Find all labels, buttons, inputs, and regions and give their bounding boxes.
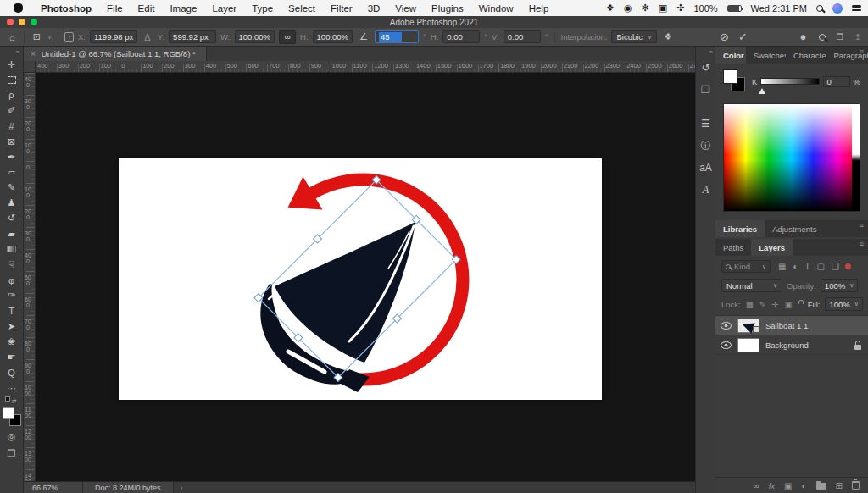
reference-point-selector[interactable] [64, 32, 74, 42]
type-tool[interactable]: T [0, 303, 24, 319]
k-slider-bar[interactable] [760, 78, 819, 85]
lock-image-pixels-icon[interactable]: ✎ [760, 300, 766, 309]
new-group-icon[interactable] [816, 483, 826, 490]
apple-menu-icon[interactable] [14, 3, 23, 13]
dodge-tool[interactable]: φ [0, 273, 24, 288]
hand-tool[interactable]: ☛ [0, 350, 24, 365]
sailboat-graphic[interactable] [260, 222, 415, 392]
screenshot-app-icon[interactable]: ▣ [659, 3, 667, 14]
grayscale-ramp[interactable] [852, 104, 860, 211]
horizontal-ruler[interactable]: 4003002001000100200300400500600700800900… [36, 61, 695, 73]
layer-thumbnail[interactable] [737, 338, 760, 352]
edit-toolbar-ellipsis[interactable]: ⋯ [0, 380, 24, 396]
home-icon[interactable]: ⌂ [7, 32, 18, 42]
menu-view[interactable]: View [387, 3, 424, 14]
filter-adjustment-layers-icon[interactable]: ◐ [793, 262, 798, 271]
clone-stamp-tool[interactable]: ♟ [0, 196, 24, 211]
menu-3d[interactable]: 3D [360, 3, 388, 14]
tab-menu-icon[interactable]: ≡ [860, 51, 864, 54]
new-layer-icon[interactable]: ⊞ [836, 481, 843, 490]
foreground-background-swatches[interactable] [3, 407, 21, 426]
move-tool[interactable]: ✛ [0, 57, 24, 72]
creative-cloud-icon[interactable]: ◉ [624, 3, 632, 14]
quick-mask-mode-icon[interactable]: ◎ [8, 429, 16, 444]
healing-brush-tool[interactable]: ▱ [0, 164, 24, 180]
warp-mode-icon[interactable]: ❖ [661, 31, 675, 42]
x-position-field[interactable]: 1199.98 px [90, 30, 137, 43]
menu-filter[interactable]: Filter [323, 3, 360, 14]
minimize-window-button[interactable] [19, 19, 25, 25]
brush-tool[interactable]: ✎ [0, 180, 24, 196]
menu-photoshop[interactable]: Photoshop [33, 3, 99, 14]
path-selection-tool[interactable]: ➤ [0, 319, 24, 334]
lock-artboard-icon[interactable]: ▣ [785, 300, 793, 309]
rotation-angle-field[interactable]: 45 [375, 30, 419, 43]
tab-libraries[interactable]: Libraries [715, 220, 765, 237]
vertical-ruler[interactable]: 4003002001000100200300400500600700800900… [24, 73, 36, 481]
fill-dropdown[interactable]: 100%∨ [825, 297, 862, 311]
expand-dock-chevron-icon[interactable]: » [709, 47, 715, 57]
marquee-tool[interactable] [0, 72, 24, 87]
layer-filtering-toggle[interactable] [845, 263, 851, 269]
control-center-icon[interactable] [852, 5, 861, 11]
filter-shape-layers-icon[interactable]: ▢ [817, 262, 825, 271]
close-document-icon[interactable]: × [31, 49, 36, 58]
document-tab[interactable]: × Untitled-1 @ 66.7% (Sailboat 1 1, RGB/… [24, 47, 207, 61]
pen-tool[interactable]: ✑ [0, 288, 24, 303]
collapse-tools-chevron-icon[interactable]: » [16, 47, 23, 57]
height-scale-field[interactable]: 100.00% [313, 30, 353, 43]
menu-window[interactable]: Window [471, 3, 521, 14]
custom-shape-tool[interactable]: ❀ [0, 334, 24, 349]
lock-transparent-pixels-icon[interactable]: ▦ [746, 300, 754, 309]
info-panel-icon[interactable]: ⓘ [696, 135, 716, 157]
glyphs-panel-icon[interactable]: aA [696, 157, 716, 179]
y-position-field[interactable]: 599.92 px [169, 30, 216, 43]
canvas[interactable] [119, 158, 602, 400]
filter-smart-objects-icon[interactable]: ❏ [832, 262, 839, 271]
layer-thumbnail[interactable] [737, 319, 760, 333]
menu-layer[interactable]: Layer [204, 3, 244, 14]
k-slider-handle[interactable] [759, 88, 765, 94]
cancel-transform-button[interactable]: ⊘ [717, 30, 732, 43]
skew-h-field[interactable]: 0.00 [442, 30, 480, 43]
tab-layers[interactable]: Layers [751, 239, 793, 256]
interpolation-dropdown[interactable]: Bicubic∨ [611, 30, 657, 43]
gear-icon[interactable]: ✻ [642, 3, 649, 14]
zoom-level-field[interactable]: 66.67% [24, 482, 83, 493]
history-panel-icon[interactable]: ↺ [696, 57, 716, 79]
menu-clock[interactable]: Wed 2:31 PM [751, 3, 807, 14]
ps-search-icon[interactable] [819, 34, 826, 41]
foreground-color-swatch[interactable] [3, 407, 14, 419]
delete-layer-icon[interactable] [852, 481, 860, 490]
lasso-tool[interactable]: ρ [0, 87, 24, 102]
lock-position-icon[interactable]: ✛ [772, 300, 779, 309]
quick-selection-tool[interactable]: ✐ [0, 103, 24, 119]
tab-character[interactable]: Character [786, 47, 826, 64]
account-icon[interactable]: ☻ [799, 32, 808, 42]
zoom-tool[interactable]: Q [0, 365, 24, 380]
zoom-window-button[interactable] [31, 19, 37, 25]
workspace-switcher-icon[interactable]: ❐ [837, 32, 844, 42]
menu-plugins[interactable]: Plugins [424, 3, 471, 14]
tab-swatches[interactable]: Swatches [746, 47, 786, 64]
tab-adjustments[interactable]: Adjustments [765, 220, 824, 237]
dropbox-icon[interactable]: ❖ [606, 3, 615, 14]
filter-type-layers-icon[interactable]: T [805, 262, 810, 271]
menu-image[interactable]: Image [162, 3, 204, 14]
eraser-tool[interactable]: ▰ [0, 226, 24, 241]
layer-visibility-eye-icon[interactable] [721, 341, 732, 349]
smudge-tool[interactable]: ☟ [0, 257, 24, 272]
spotlight-search-icon[interactable] [816, 5, 823, 12]
layer-filter-kind-dropdown[interactable]: Kind ∨ [721, 260, 771, 273]
gradient-tool[interactable] [0, 241, 24, 257]
layer-visibility-eye-icon[interactable] [721, 322, 732, 330]
adjustments-panel-icon[interactable]: ☰ [696, 113, 716, 135]
layer-style-icon[interactable]: fx [769, 481, 775, 490]
ruler-origin-corner[interactable] [24, 61, 36, 73]
status-options-chevron-icon[interactable]: › [174, 484, 190, 492]
tab-menu-icon[interactable]: ≡ [860, 224, 864, 228]
layer-row[interactable]: Sailboat 1 1 [715, 316, 868, 335]
menu-help[interactable]: Help [521, 3, 557, 14]
target-icon[interactable]: ✣ [676, 3, 684, 14]
link-layers-icon[interactable]: ∞ [754, 481, 760, 490]
